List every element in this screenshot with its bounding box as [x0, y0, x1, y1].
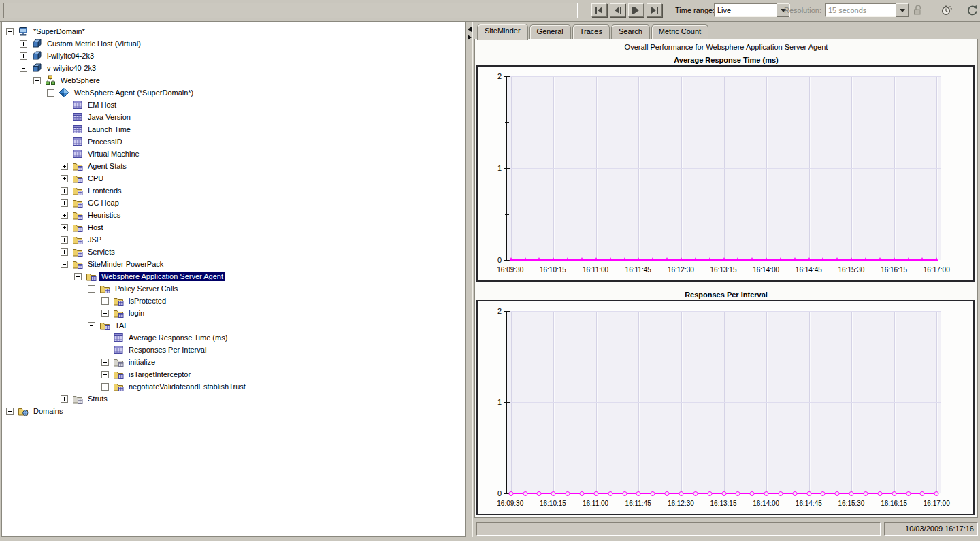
resolution-select[interactable]: 15 seconds	[825, 3, 909, 17]
tree-item-label: isTargetInterceptor	[127, 370, 193, 379]
collapse-icon[interactable]	[61, 261, 68, 268]
tree-item-cpu[interactable]: CPU	[2, 172, 466, 184]
collapse-icon[interactable]	[88, 285, 95, 293]
tab-metric-count[interactable]: Metric Count	[651, 24, 708, 39]
tree-item-login[interactable]: login	[2, 307, 466, 319]
tree-indent	[2, 86, 47, 99]
last-button[interactable]	[647, 3, 662, 17]
splitter[interactable]	[466, 22, 473, 537]
tree-item-servlets[interactable]: Servlets	[2, 246, 466, 258]
domain-icon	[18, 26, 29, 37]
tab-traces[interactable]: Traces	[572, 24, 610, 39]
tree-item-java-version[interactable]: Java Version	[2, 111, 466, 123]
tree-item-label: Heuristics	[86, 210, 122, 220]
expand-icon[interactable]	[61, 236, 68, 244]
tree-item-processid[interactable]: ProcessID	[2, 135, 466, 148]
tree-item-policy-server-calls[interactable]: Policy Server Calls	[2, 282, 466, 295]
tree-item-tai[interactable]: TAI	[2, 319, 466, 331]
tree-item-negotiatevalidateandestablishtrust[interactable]: negotiateValidateandEstablishTrust	[2, 380, 466, 393]
tree-item-average-response-time-ms[interactable]: Average Response Time (ms)	[2, 331, 466, 344]
expand-icon[interactable]	[101, 310, 109, 317]
chevron-down-icon[interactable]	[896, 3, 909, 17]
step-forward-icon	[632, 7, 640, 14]
tree-item-agent-stats[interactable]: Agent Stats	[2, 160, 466, 172]
tree-item-superdomain[interactable]: *SuperDomain*	[2, 25, 466, 37]
expand-icon[interactable]	[61, 187, 68, 195]
tree-item-frontends[interactable]: Frontends	[2, 184, 466, 197]
expand-icon[interactable]	[61, 395, 68, 403]
collapse-icon[interactable]	[6, 28, 14, 35]
next-button[interactable]	[628, 3, 644, 17]
agent-icon	[59, 87, 69, 98]
lock-icon	[911, 3, 924, 17]
message-bar	[3, 3, 578, 18]
first-button[interactable]	[591, 3, 607, 17]
expand-icon[interactable]	[61, 248, 68, 256]
tab-siteminder[interactable]: SiteMinder	[477, 24, 528, 40]
expand-icon[interactable]	[101, 359, 109, 366]
stopwatch-button[interactable]	[940, 3, 953, 17]
tab-search[interactable]: Search	[611, 24, 650, 39]
tree-item-struts[interactable]: Struts	[2, 393, 466, 405]
tree-item-istargetinterceptor[interactable]: isTargetInterceptor	[2, 368, 466, 380]
tree-item-isprotected[interactable]: isProtected	[2, 295, 466, 307]
data-point-marker	[636, 257, 640, 261]
collapse-icon[interactable]	[74, 273, 82, 280]
time-range-select[interactable]: Live	[714, 3, 790, 17]
data-point-marker	[508, 491, 513, 496]
tree-item-heuristics[interactable]: Heuristics	[2, 209, 466, 221]
tree-item-websphere-agent-superdomain[interactable]: WebSphere Agent (*SuperDomain*)	[2, 86, 466, 99]
tree-item-siteminder-powerpack[interactable]: SiteMinder PowerPack	[2, 258, 466, 270]
expand-icon[interactable]	[61, 199, 68, 207]
expand-icon[interactable]	[61, 224, 68, 231]
collapse-left-icon[interactable]	[468, 27, 472, 32]
expand-icon[interactable]	[20, 52, 27, 60]
tab-general[interactable]: General	[529, 24, 571, 39]
tree-indent	[2, 74, 33, 86]
tree-item-virtual-machine[interactable]: Virtual Machine	[2, 148, 466, 160]
data-point-marker	[750, 491, 755, 496]
tree-indent	[2, 99, 61, 111]
tree-item-websphere-application-server-agent[interactable]: Websphere Application Server Agent	[2, 270, 466, 282]
collapse-icon[interactable]	[88, 322, 95, 329]
y-axis-tick	[505, 122, 509, 123]
gridline-horizontal	[507, 311, 941, 312]
expand-icon[interactable]	[61, 163, 68, 170]
tree-item-custom-metric-host-virtual[interactable]: Custom Metric Host (Virtual)	[2, 37, 466, 50]
tree-indent	[2, 356, 101, 368]
expand-icon[interactable]	[101, 383, 109, 391]
x-axis-label: 16:12:30	[668, 266, 694, 274]
refresh-button[interactable]	[966, 3, 979, 17]
expand-icon[interactable]	[61, 175, 68, 182]
collapse-icon[interactable]	[47, 89, 54, 97]
host-icon	[31, 63, 42, 73]
x-axis-label: 16:17:00	[924, 266, 950, 274]
tree-item-v-wilyitc40-2k3[interactable]: v-wilyitc40-2k3	[2, 62, 466, 74]
tree-item-em-host[interactable]: EM Host	[2, 99, 466, 111]
collapse-icon[interactable]	[33, 77, 41, 84]
tree-item-gc-heap[interactable]: GC Heap	[2, 197, 466, 209]
tree-item-responses-per-interval[interactable]: Responses Per Interval	[2, 344, 466, 356]
tree-item-domains[interactable]: Domains	[2, 405, 466, 417]
tree-item-host[interactable]: Host	[2, 221, 466, 233]
tree-item-jsp[interactable]: JSP	[2, 233, 466, 246]
expand-icon[interactable]	[101, 297, 109, 305]
tree-item-websphere[interactable]: WebSphere	[2, 74, 466, 86]
lock-button[interactable]	[911, 3, 924, 17]
expand-icon[interactable]	[6, 408, 14, 415]
tree-item-i-wilyitc04-2k3[interactable]: i-wilyitc04-2k3	[2, 50, 466, 62]
tree-item-label: Java Version	[86, 112, 133, 122]
x-axis-label: 16:14:45	[796, 499, 822, 507]
data-point-marker	[566, 491, 570, 496]
tree-item-launch-time[interactable]: Launch Time	[2, 123, 466, 135]
x-axis-label: 16:11:00	[583, 266, 608, 274]
expand-icon[interactable]	[61, 212, 68, 219]
tree-item-initialize[interactable]: initialize	[2, 356, 466, 368]
previous-button[interactable]	[610, 3, 625, 17]
folder-icon	[99, 320, 110, 331]
x-axis-label: 16:15:30	[838, 499, 864, 507]
expand-icon[interactable]	[101, 371, 109, 378]
collapse-icon[interactable]	[20, 65, 27, 72]
expand-right-icon[interactable]	[468, 35, 472, 40]
expand-icon[interactable]	[20, 40, 27, 48]
